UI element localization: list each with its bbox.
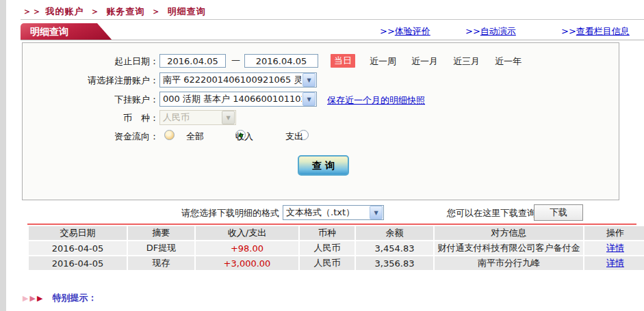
triple-arrow-icon: ▶ xyxy=(29,294,35,303)
experience-review-link[interactable]: >>体验评价 xyxy=(380,25,430,38)
download-format-label: 请您选择下载明细的格式 xyxy=(123,207,279,219)
cell-counterparty: 财付通支付科技有限公司客户备付金 xyxy=(435,241,583,255)
currency-value: 人民币 xyxy=(160,111,221,124)
sub-account-label: 下挂账户： xyxy=(27,94,159,106)
link-prefix: >> xyxy=(380,26,395,36)
flow-radio-all-label[interactable]: 全部 xyxy=(186,131,204,143)
registered-account-value: 南平 6222001406100921065 灵通卡 xyxy=(160,73,302,87)
tab-detail-query[interactable]: 明细查询 xyxy=(21,23,112,40)
col-header-balance: 余额 xyxy=(356,226,433,240)
col-header-summary: 摘要 xyxy=(128,226,194,240)
currency-label: 币 种： xyxy=(27,112,159,124)
col-header-currency: 币种 xyxy=(300,226,355,240)
cell-currency: 人民币 xyxy=(300,256,355,270)
download-format-value: 文本格式（.txt） xyxy=(283,206,369,219)
breadcrumb-separator: ＞ xyxy=(90,6,100,16)
chevron-down-icon[interactable]: ▼ xyxy=(370,206,383,219)
col-header-amount: 收入/支出 xyxy=(196,226,298,240)
cell-amount: +3,000.00 xyxy=(196,256,298,270)
breadcrumb-item-detail-query: 明细查询 xyxy=(168,6,206,16)
download-button[interactable]: 下载 xyxy=(534,204,583,221)
link-prefix: >> xyxy=(561,26,576,36)
cell-currency: 人民币 xyxy=(300,241,355,255)
breadcrumb-item-account-query[interactable]: 账务查询 xyxy=(107,6,145,16)
range-today-button[interactable]: 当日 xyxy=(331,54,355,68)
table-header-row: 交易日期 摘要 收入/支出 币种 余额 对方信息 操作 xyxy=(29,226,644,240)
registered-account-select[interactable]: 南平 6222001406100921065 灵通卡 ▼ xyxy=(159,72,317,87)
link-label: 查看栏目信息 xyxy=(576,26,630,36)
date-to-input[interactable]: 2016.04.05 xyxy=(244,54,318,68)
link-label: 自动演示 xyxy=(480,26,516,36)
range-week-button[interactable]: 近一周 xyxy=(370,55,396,68)
detail-link[interactable]: 详情 xyxy=(606,258,624,268)
cell-summary: DF提现 xyxy=(128,241,194,255)
date-from-input[interactable]: 2016.04.05 xyxy=(159,54,226,68)
cell-counterparty: 南平市分行九峰 xyxy=(435,256,583,270)
table-row: 2016-04-05 现存 +3,000.00 人民币 3,356.83 南平市… xyxy=(29,256,644,270)
sub-account-select[interactable]: 000 活期 基本户 1406600101102571848 ▼ xyxy=(159,92,317,107)
cell-amount: +98.00 xyxy=(196,241,298,255)
chevron-down-icon: ▼ xyxy=(222,111,235,124)
special-notice-label: 特别提示： xyxy=(52,292,96,304)
cell-balance: 3,356.83 xyxy=(356,256,433,270)
auto-demo-link[interactable]: >>自动演示 xyxy=(465,25,516,38)
flow-radio-expense-label[interactable]: 支出 xyxy=(285,131,303,143)
col-header-date: 交易日期 xyxy=(29,226,127,240)
link-label: 体验评价 xyxy=(395,26,430,36)
breadcrumb-item-my-account[interactable]: 我的账户 xyxy=(46,6,84,16)
triple-arrow-icon: ▶ xyxy=(37,294,42,303)
left-gutter xyxy=(0,0,6,311)
range-year-button[interactable]: 近一年 xyxy=(495,55,521,68)
column-info-link[interactable]: >>查看栏目信息 xyxy=(561,25,630,38)
sub-account-value: 000 活期 基本户 1406600101102571848 xyxy=(160,92,302,106)
date-dash: — xyxy=(231,55,240,65)
chevron-down-icon[interactable]: ▼ xyxy=(302,73,315,87)
transactions-table: 交易日期 摘要 收入/支出 币种 余额 对方信息 操作 2016-04-05 D… xyxy=(27,225,644,271)
cell-date: 2016-04-05 xyxy=(29,256,127,270)
breadcrumb: ＞＞ 我的账户 ＞ 账务查询 ＞ 明细查询 xyxy=(23,5,206,18)
date-range-label: 起止日期： xyxy=(27,55,159,68)
range-month-button[interactable]: 近一月 xyxy=(411,55,438,68)
flow-direction-label: 资金流向： xyxy=(27,131,159,143)
cell-balance: 3,454.83 xyxy=(356,241,433,255)
download-format-select[interactable]: 文本格式（.txt） ▼ xyxy=(283,205,384,220)
col-header-action: 操作 xyxy=(584,226,644,240)
currency-select: 人民币 ▼ xyxy=(159,110,236,125)
flow-radio-income-label[interactable]: 收入 xyxy=(235,131,253,143)
special-notice: ▶ ▶ ▶ 特别提示： xyxy=(23,292,96,304)
detail-query-page: ＞＞ 我的账户 ＞ 账务查询 ＞ 明细查询 明细查询 >>体验评价 >>自动演示… xyxy=(0,0,644,311)
cell-summary: 现存 xyxy=(128,256,194,270)
save-snapshot-link[interactable]: 保存近一个月的明细快照 xyxy=(327,94,425,107)
table-row: 2016-04-05 DF提现 +98.00 人民币 3,454.83 财付通支… xyxy=(29,241,644,255)
query-button[interactable]: 查 询 xyxy=(298,155,349,176)
detail-link[interactable]: 详情 xyxy=(606,243,624,253)
flow-radio-all[interactable] xyxy=(164,130,175,140)
col-header-counterparty: 对方信息 xyxy=(435,226,583,240)
breadcrumb-prefix: ＞＞ xyxy=(23,6,42,16)
cell-date: 2016-04-05 xyxy=(29,241,127,255)
breadcrumb-separator: ＞ xyxy=(151,6,161,16)
triple-arrow-icon: ▶ xyxy=(23,294,28,303)
divider xyxy=(21,40,644,40)
divider xyxy=(21,19,644,20)
link-prefix: >> xyxy=(465,26,480,36)
registered-account-label: 请选择注册账户： xyxy=(27,75,159,87)
chevron-down-icon[interactable]: ▼ xyxy=(302,92,315,106)
tab-label: 明细查询 xyxy=(30,26,68,37)
range-quarter-button[interactable]: 近三月 xyxy=(453,55,480,68)
